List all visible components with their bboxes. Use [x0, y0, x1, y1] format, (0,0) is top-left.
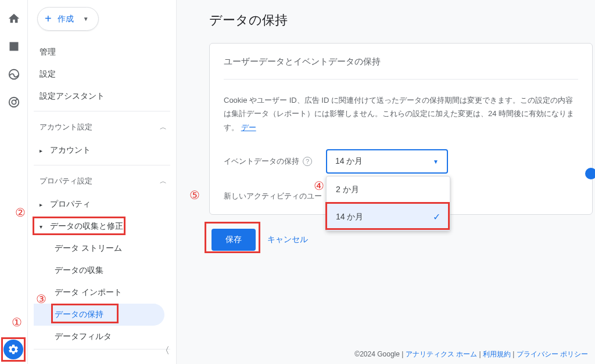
explore-icon[interactable] [7, 67, 21, 81]
triangle-right-icon: ▸ [40, 147, 45, 154]
triangle-right-icon: ▸ [40, 201, 45, 208]
triangle-down-icon: ▾ [40, 224, 45, 230]
svg-point-1 [9, 98, 19, 107]
chevron-down-icon: ▼ [433, 158, 439, 165]
icon-rail [0, 0, 28, 364]
collapse-sidebar-icon[interactable]: 〈 [160, 345, 170, 357]
retention-selected-value: 14 か月 [335, 156, 363, 167]
sidebar-item-property[interactable]: ▸ プロパティ [34, 193, 170, 215]
chevron-up-icon: ︿ [160, 122, 167, 132]
sidebar-item-data-collection[interactable]: データの収集 [34, 260, 170, 282]
sidebar-item-data-collection-edit[interactable]: ▾ データの収集と修正 [34, 215, 170, 237]
retention-dropdown: 2 か月 14 か月 ✓ [326, 176, 450, 231]
divider [34, 349, 170, 349]
sidebar-item-data-retention[interactable]: データの保持 [34, 304, 164, 326]
sidebar-item-data-filter[interactable]: データフィルタ [34, 326, 170, 348]
retention-card: ユーザーデータとイベントデータの保持 Cookie やユーザー ID、広告 ID… [209, 43, 593, 215]
sidebar-item-account[interactable]: ▸ アカウント [34, 139, 170, 161]
action-row: 保存 キャンセル [212, 229, 595, 251]
checkmark-icon: ✓ [433, 211, 440, 222]
admin-gear-icon[interactable] [3, 340, 23, 359]
sidebar-item-data-import[interactable]: データ インポート [34, 282, 170, 304]
toggle-edge-icon[interactable] [585, 168, 595, 179]
divider [34, 111, 170, 111]
home-icon[interactable] [7, 12, 21, 26]
sidebar-link-settings[interactable]: 設定 [34, 63, 170, 85]
card-description: Cookie やユーザー ID、広告 ID に関連付けて送ったデータの保持期間は… [224, 80, 578, 134]
plus-icon: + [45, 12, 52, 26]
section-property-settings[interactable]: プロパティ設定 ︿ [34, 169, 170, 193]
event-data-retention-row: イベントデータの保持 ? 14 か月 ▼ 2 か月 14 か月 ✓ [224, 149, 578, 174]
create-button[interactable]: + 作成 ▼ [37, 7, 99, 31]
learn-more-link[interactable]: デー [241, 123, 256, 132]
card-header: ユーザーデータとイベントデータの保持 [224, 56, 578, 80]
event-data-retention-label: イベントデータの保持 [224, 156, 299, 167]
chevron-up-icon: ︿ [160, 176, 167, 186]
page-title: データの保持 [209, 12, 595, 29]
advertising-icon[interactable] [7, 95, 21, 109]
footer-link-terms[interactable]: 利用規約 [483, 350, 511, 358]
retention-select[interactable]: 14 か月 ▼ 2 か月 14 か月 ✓ [326, 149, 448, 174]
divider [34, 165, 170, 165]
admin-gear-icon-container [3, 340, 23, 359]
help-icon[interactable]: ? [303, 157, 312, 166]
reports-icon[interactable] [7, 39, 21, 53]
footer-link-analytics-home[interactable]: アナリティクス ホーム [406, 350, 477, 358]
sidebar-item-data-streams[interactable]: データ ストリーム [34, 237, 170, 260]
sidebar-link-setup-assistant[interactable]: 設定アシスタント [34, 85, 170, 107]
chevron-down-icon: ▼ [83, 16, 89, 22]
section-account-settings[interactable]: アカウント設定 ︿ [34, 115, 170, 139]
save-button[interactable]: 保存 [212, 229, 256, 251]
new-activity-label: 新しいアクティビティのユー [224, 191, 322, 201]
footer-link-privacy[interactable]: プライバシー ポリシー [517, 350, 588, 358]
create-button-label: 作成 [58, 14, 74, 24]
footer: ©2024 Google | アナリティクス ホーム | 利用規約 | プライバ… [354, 349, 588, 359]
sidebar: + 作成 ▼ 管理 設定 設定アシスタント アカウント設定 ︿ ▸ アカウント … [28, 0, 177, 364]
dropdown-option-2-months[interactable]: 2 か月 [327, 176, 450, 203]
dropdown-option-14-months[interactable]: 14 か月 ✓ [327, 203, 450, 230]
cancel-button[interactable]: キャンセル [267, 235, 308, 245]
sidebar-link-admin[interactable]: 管理 [34, 41, 170, 63]
main-content: データの保持 ユーザーデータとイベントデータの保持 Cookie やユーザー I… [177, 0, 595, 364]
